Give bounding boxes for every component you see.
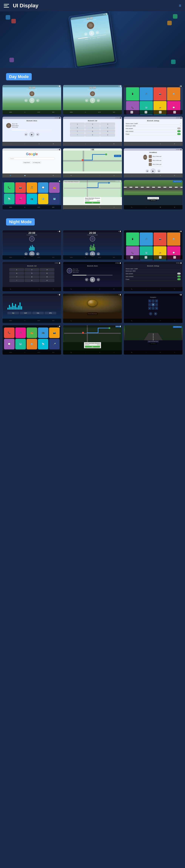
night-bt-next[interactable]: ⏭ (97, 278, 100, 281)
app-icon-10[interactable]: 📡 (140, 115, 153, 115)
prev-1[interactable]: ⏮ (24, 99, 28, 102)
next-1[interactable]: ⏭ (36, 99, 39, 102)
night-key-6[interactable]: 6 (39, 272, 54, 275)
night-nav-controls[interactable]: − + (149, 312, 157, 315)
app-icon-12[interactable]: 📺 (167, 115, 180, 115)
social-prev[interactable]: ⏮ (146, 169, 149, 173)
app-icon-4[interactable]: ⚙️ (167, 87, 180, 100)
hamburger-right-icon[interactable]: ≡ (179, 3, 181, 8)
night-nav-zoom-out[interactable]: − (149, 312, 152, 315)
night-key-star[interactable]: * (9, 279, 24, 282)
bt-prev[interactable]: ⏮ (24, 133, 28, 136)
play-pause-btn[interactable]: ⏸ (88, 30, 95, 36)
night-key-1[interactable]: 1 (9, 268, 24, 271)
night-key-2[interactable]: 2 (25, 268, 39, 271)
night-app-lg-8[interactable]: ⚙️ (27, 339, 37, 349)
music-item-2[interactable]: 华东_5YZ8E.mp3 (149, 159, 162, 162)
night-bt-play[interactable]: ▶ (90, 277, 95, 282)
night-app-lg-1[interactable]: 📞 (4, 328, 15, 338)
key-hash[interactable]: # (100, 133, 115, 136)
night-key-3[interactable]: 3 (39, 268, 54, 271)
night-app-4[interactable]: ⚙️ (167, 232, 180, 246)
key-6[interactable]: 6 (100, 126, 115, 129)
night-app-12[interactable]: 📺 (167, 260, 180, 260)
app-lg-7[interactable]: 🎤 (15, 194, 26, 204)
go-button[interactable]: GO (85, 202, 100, 204)
app-icon-9[interactable]: 🅱️ (126, 115, 139, 115)
auto-connect-toggle[interactable] (177, 130, 181, 132)
prev-btn[interactable]: ⏮ (84, 32, 87, 36)
app-lg-2[interactable]: 📷 (15, 182, 26, 193)
play-2[interactable]: ⏸ (90, 98, 95, 103)
night-key-8[interactable]: 8 (25, 275, 39, 278)
night-setting-auto-connect[interactable]: Auto connect (126, 275, 181, 278)
night-eq-1[interactable]: EQ (7, 312, 19, 314)
night-app-11[interactable]: 🎙️ (154, 260, 167, 260)
night-setting-auto-answer[interactable]: Auto answer (126, 272, 181, 275)
bt-play[interactable]: ▶ (29, 132, 34, 137)
power-toggle[interactable] (177, 133, 181, 135)
key-9[interactable]: 9 (100, 130, 115, 133)
night-app-lg-3[interactable]: 📻 (27, 328, 37, 338)
key-1[interactable]: 1 (70, 123, 85, 126)
night-app-lg-10[interactable]: 🎤 (49, 339, 60, 349)
night-bt-prev[interactable]: ⏮ (85, 278, 88, 281)
social-next[interactable]: ⏭ (157, 169, 161, 173)
play-1[interactable]: ⏸ (29, 98, 34, 103)
google-search-bar[interactable]: Search... (9, 157, 55, 160)
social-controls[interactable]: ⏮ ▶ ⏭ (146, 168, 161, 174)
app-lg-5[interactable]: 📻 (49, 182, 60, 193)
app-lg-4[interactable]: 💬 (38, 182, 49, 193)
key-5[interactable]: 5 (85, 126, 100, 129)
night-nav-zoom-in[interactable]: + (154, 312, 157, 315)
next-btn[interactable]: ⏭ (96, 31, 99, 34)
app-lg-9[interactable]: ⚙️ (38, 194, 49, 204)
night-device-pin-arrow[interactable]: › (180, 270, 181, 272)
feeling-lucky-btn[interactable]: I'm Feeling Lucky (32, 161, 41, 164)
app-icon-11[interactable]: 🎙️ (154, 115, 167, 115)
controls-2[interactable]: ⏮ ⏸ ⏭ (85, 98, 100, 103)
night-eq-3[interactable]: VOL (32, 312, 44, 314)
app-icon-3[interactable]: 📷 (154, 87, 167, 100)
night-app-lg-5[interactable]: 📷 (49, 328, 60, 338)
night-eq-4[interactable]: SPD (45, 312, 56, 314)
night-app-1[interactable]: 📱 (126, 232, 139, 246)
night-app-10[interactable]: 📡 (140, 260, 153, 260)
night-key-9[interactable]: 9 (39, 275, 54, 278)
night-key-hash[interactable]: # (39, 279, 54, 282)
night-app-lg-4[interactable]: 📺 (38, 328, 49, 338)
menu-icon[interactable] (4, 2, 10, 9)
night-app-lg-9[interactable]: 📡 (38, 339, 49, 349)
night-bt-controls[interactable]: ⏮ ▶ ⏭ (85, 277, 100, 282)
night-eq-2[interactable]: DSP (20, 312, 31, 314)
google-search-btn[interactable]: Google Search (23, 161, 31, 164)
setting-auto-connect[interactable]: Auto connect (126, 130, 181, 133)
app-lg-10[interactable]: 🗺️ (49, 194, 60, 204)
night-key-5[interactable]: 5 (25, 272, 39, 275)
setting-auto-answer[interactable]: Auto answer (126, 127, 181, 130)
app-icon-2[interactable]: 🎵 (140, 87, 153, 100)
night-app-lg-2[interactable]: 🎵 (15, 328, 26, 338)
key-star[interactable]: * (70, 133, 85, 136)
key-0[interactable]: 0 (85, 133, 100, 136)
app-lg-8[interactable]: 📺 (27, 194, 37, 204)
setting-power[interactable]: Power (126, 133, 181, 135)
auto-answer-toggle[interactable] (177, 127, 181, 129)
bt-next[interactable]: ⏭ (36, 133, 39, 136)
key-3[interactable]: 3 (100, 123, 115, 126)
night-auto-connect-toggle[interactable] (177, 275, 181, 277)
key-7[interactable]: 7 (70, 130, 85, 133)
next-2[interactable]: ⏭ (97, 99, 100, 102)
bt-controls[interactable]: ⏮ ▶ ⏭ (24, 132, 39, 137)
social-play[interactable]: ▶ (151, 168, 156, 174)
key-2[interactable]: 2 (85, 123, 100, 126)
key-8[interactable]: 8 (85, 130, 100, 133)
app-lg-3[interactable]: 🎵 (27, 182, 37, 193)
device-pin-arrow[interactable]: › (180, 125, 181, 126)
key-4[interactable]: 4 (70, 126, 85, 129)
night-key-0[interactable]: 0 (25, 279, 39, 282)
night-app-2[interactable]: 🎵 (140, 232, 153, 246)
night-go-button[interactable]: GO (85, 346, 100, 348)
night-key-7[interactable]: 7 (9, 275, 24, 278)
night-device-name-arrow[interactable]: › (180, 268, 181, 270)
